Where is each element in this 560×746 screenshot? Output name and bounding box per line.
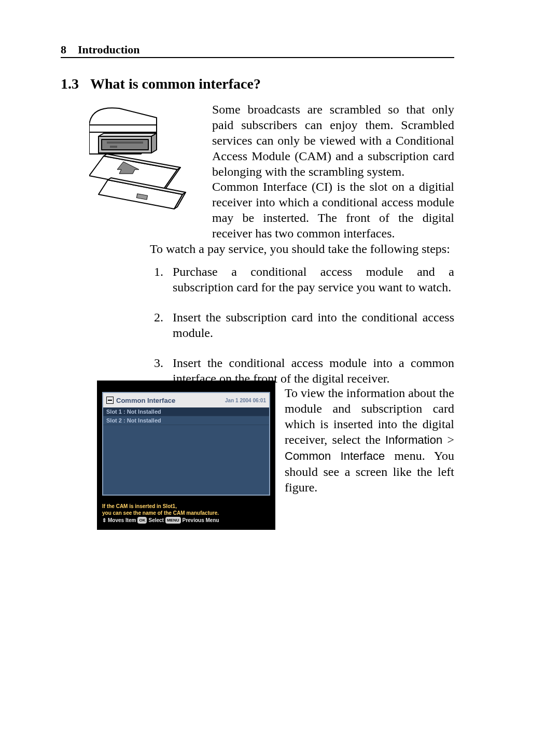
- svg-rect-0: [107, 142, 143, 144]
- ci-timestamp: Jan 1 2004 06:01: [225, 398, 266, 403]
- receiver-card-slot-icon: [89, 102, 200, 215]
- ok-button-icon: OK: [137, 517, 147, 524]
- ci-window: Common Interface Jan 1 2004 06:01 Slot 1…: [102, 392, 270, 496]
- menu-path-information: Information: [385, 433, 442, 446]
- page: 8 Introduction 1.3What is common interfa…: [0, 0, 560, 746]
- ci-nav-hint: ⇕ Moves Item OK Select MENU Previous Men…: [102, 517, 270, 524]
- ci-title: Common Interface: [116, 397, 175, 404]
- paragraph-ci-info: To view the information about the module…: [285, 385, 454, 495]
- paragraph-steps-lead: To watch a pay service, you should take …: [150, 241, 454, 257]
- step-text: Purchase a conditional access module and…: [173, 265, 454, 294]
- section-title: What is common interface?: [90, 76, 261, 92]
- ci-nav-prev: Previous Menu: [183, 517, 219, 524]
- step-number: 1.: [154, 264, 163, 279]
- header-rule: [61, 57, 454, 58]
- running-header: 8 Introduction: [61, 43, 454, 57]
- ci-slots: Slot 1 : Not Installed Slot 2 : Not Inst…: [103, 407, 269, 425]
- menu-path-common-interface: Common Interface: [285, 449, 385, 462]
- ci-nav-select: Select: [148, 517, 163, 524]
- step-number: 2.: [154, 309, 163, 325]
- ci-slot-1[interactable]: Slot 1 : Not Installed: [103, 407, 269, 416]
- ci-title-icon: [106, 397, 114, 404]
- section-number: 1.3: [61, 76, 79, 92]
- page-number: 8: [61, 43, 66, 56]
- step-text: Insert the subscription card into the co…: [173, 311, 454, 340]
- common-interface-screenshot: Common Interface Jan 1 2004 06:01 Slot 1…: [97, 381, 275, 530]
- section-heading: 1.3What is common interface?: [61, 76, 261, 92]
- ci-footer-line-2: you can see the name of the CAM manufact…: [102, 510, 270, 516]
- step-item-2: 2. Insert the subscription card into the…: [150, 309, 454, 355]
- step-number: 3.: [154, 355, 163, 371]
- svg-rect-1: [110, 146, 117, 148]
- step-item-1: 1. Purchase a conditional access module …: [150, 264, 454, 309]
- updown-arrow-icon: ⇕: [102, 517, 106, 524]
- ci-nav-moves: Moves Item: [108, 517, 136, 524]
- paragraph-intro-1: Some broadcasts are scrambled so that on…: [212, 102, 454, 179]
- chapter-title: Introduction: [78, 43, 139, 56]
- menu-path-sep: >: [447, 433, 454, 446]
- ci-footer-line-1: If the CAM is inserted in Slot1,: [102, 503, 270, 510]
- menu-button-icon: MENU: [165, 517, 181, 524]
- ci-slot-2[interactable]: Slot 2 : Not Installed: [103, 416, 269, 425]
- ci-footer: If the CAM is inserted in Slot1, you can…: [102, 503, 270, 524]
- ci-titlebar: Common Interface Jan 1 2004 06:01: [103, 393, 269, 407]
- paragraph-intro-2: Common Interface (CI) is the slot on a d…: [212, 179, 454, 241]
- device-illustration: [89, 102, 200, 215]
